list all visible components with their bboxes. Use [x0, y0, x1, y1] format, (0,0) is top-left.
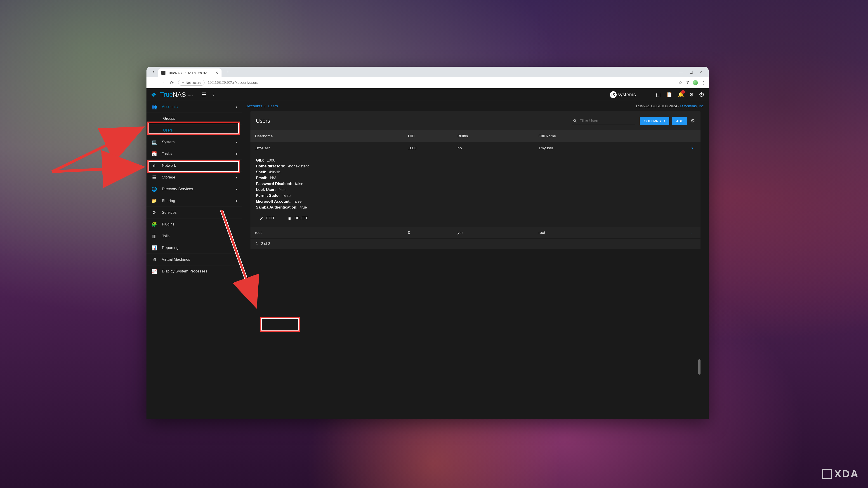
chevron-icon: ▾ — [236, 152, 237, 156]
delete-button[interactable]: DELETE — [284, 215, 312, 222]
main-content: Accounts / Users TrueNAS CORE® © 2024 - … — [242, 101, 709, 419]
xda-icon — [822, 469, 832, 479]
trash-icon — [287, 216, 291, 220]
sidebar-item-label: Jails — [162, 234, 169, 238]
logo-text: TrueNAS — [160, 91, 186, 98]
tab-favicon — [161, 71, 165, 75]
expand-icon[interactable]: › — [687, 231, 701, 234]
globe-icon: 🌐 — [151, 186, 157, 192]
users-table: Username UID Builtin Full Name 1myuser 1… — [250, 130, 701, 238]
chevron-icon: ▾ — [236, 187, 237, 191]
url-text[interactable]: 192.168.29.92/ui/account/users — [208, 80, 258, 85]
cube-icon[interactable]: ⬚ — [656, 92, 661, 98]
sidebar-item-storage[interactable]: ☰Storage▾ — [147, 171, 242, 183]
add-button[interactable]: ADD — [672, 117, 687, 125]
forward-icon[interactable]: → — [159, 79, 165, 86]
browser-window: ▾ TrueNAS - 192.168.29.92 ✕ + — ▢ ✕ ← → … — [147, 67, 709, 419]
chevron-left-icon[interactable]: ‹ — [212, 92, 214, 98]
sidebar-item-network[interactable]: ⋔Network — [147, 160, 242, 171]
sidebar-item-label: Sharing — [162, 199, 175, 203]
sidebar-item-label: Services — [162, 210, 177, 215]
col-fullname[interactable]: Full Name — [534, 134, 687, 138]
col-uid[interactable]: UID — [403, 134, 453, 138]
ixsystems-link[interactable]: iXsystems, Inc — [680, 104, 704, 108]
col-username[interactable]: Username — [250, 134, 403, 138]
sidebar-item-accounts[interactable]: 👥Accounts▴ — [147, 101, 242, 113]
sidebar-item-groups[interactable]: Groups — [147, 113, 242, 125]
close-icon[interactable]: ✕ — [215, 70, 218, 75]
sidebar-item-label: Groups — [163, 117, 175, 121]
sidebar-item-system[interactable]: 💻System▾ — [147, 136, 242, 148]
sidebar-item-label: Users — [163, 128, 173, 132]
pagination-text: 1 - 2 of 2 — [250, 238, 701, 249]
sidebar-item-label: Directory Services — [162, 187, 193, 191]
edit-button[interactable]: EDIT — [256, 215, 278, 222]
ix-mark-icon: iX — [610, 91, 617, 98]
search-icon — [573, 119, 577, 123]
page-title: Users — [256, 118, 270, 124]
logo-subtext: CORE — [188, 95, 193, 97]
minimize-icon[interactable]: — — [679, 70, 683, 74]
sidebar-item-jails[interactable]: ▥Jails — [147, 230, 242, 242]
jail-icon: ▥ — [151, 233, 157, 239]
hamburger-icon[interactable]: ☰ — [202, 92, 206, 98]
sidebar-item-label: Tasks — [162, 152, 172, 156]
notifications-icon[interactable]: 🔔1 — [678, 92, 684, 98]
sidebar-item-services[interactable]: ⚙Services — [147, 207, 242, 219]
sidebar-item-label: Reporting — [162, 246, 179, 250]
close-window-icon[interactable]: ✕ — [700, 70, 703, 74]
table-settings-icon[interactable]: ⚙ — [690, 118, 695, 124]
security-label: Not secure — [186, 81, 201, 85]
browser-tab[interactable]: TrueNAS - 192.168.29.92 ✕ — [158, 68, 221, 77]
truenas-logo[interactable]: ❖ TrueNAS CORE — [151, 91, 193, 98]
users-panel: Users COLUMNS ADD ⚙ Username — [250, 111, 701, 249]
filter-input[interactable] — [580, 119, 634, 123]
sidebar-item-reporting[interactable]: 📊Reporting — [147, 242, 242, 254]
sidebar-item-display-system-processes[interactable]: 📈Display System Processes — [147, 265, 242, 277]
sidebar-item-label: Network — [162, 163, 176, 168]
sidebar-item-tasks[interactable]: 📅Tasks▾ — [147, 148, 242, 160]
profile-avatar[interactable] — [693, 80, 698, 85]
chevron-icon: ▾ — [236, 175, 237, 179]
table-row[interactable]: 1myuser 1000 no 1myuser ▾ — [250, 142, 701, 154]
sidebar-item-label: Display System Processes — [162, 269, 207, 273]
breadcrumb-accounts[interactable]: Accounts — [246, 104, 262, 108]
filter-search[interactable] — [572, 118, 635, 124]
chart-icon: 📊 — [151, 245, 157, 251]
sidebar-item-label: Storage — [162, 175, 176, 180]
sidebar-item-directory-services[interactable]: 🌐Directory Services▾ — [147, 183, 242, 195]
columns-button[interactable]: COLUMNS — [640, 117, 669, 125]
col-builtin[interactable]: Builtin — [453, 134, 534, 138]
sidebar-item-plugins[interactable]: 🧩Plugins — [147, 219, 242, 230]
sidebar-item-virtual-machines[interactable]: 🖥Virtual Machines — [147, 254, 242, 265]
laptop-icon: 💻 — [151, 139, 157, 145]
browser-tabbar: ▾ TrueNAS - 192.168.29.92 ✕ + — ▢ ✕ — [147, 67, 709, 77]
truenas-app: ❖ TrueNAS CORE ☰ ‹ iX systems ⬚ 📋 🔔1 ⚙ ⏻ — [147, 88, 709, 419]
breadcrumb-users[interactable]: Users — [268, 104, 278, 108]
reload-icon[interactable]: ⟳ — [168, 79, 175, 86]
people-icon: 👥 — [151, 104, 157, 109]
back-icon[interactable]: ← — [150, 79, 156, 86]
security-chip[interactable]: ⚠ Not secure — [178, 80, 205, 86]
sidebar-item-users[interactable]: Users — [147, 125, 242, 136]
menu-icon[interactable]: ⋮ — [702, 80, 706, 85]
pencil-icon — [259, 216, 264, 220]
gear-icon[interactable]: ⚙ — [689, 92, 694, 98]
power-icon[interactable]: ⏻ — [699, 92, 704, 98]
new-tab-button[interactable]: + — [224, 69, 231, 75]
clipboard-icon[interactable]: 📋 — [666, 92, 672, 98]
expand-icon[interactable]: ▾ — [687, 146, 701, 150]
ixsystems-logo[interactable]: iX systems — [610, 91, 651, 98]
scrollbar-thumb[interactable] — [698, 359, 701, 375]
extensions-icon[interactable]: ⧩ — [686, 80, 689, 85]
warning-icon: ⚠ — [182, 81, 184, 85]
table-row[interactable]: root 0 yes root › — [250, 227, 701, 238]
puzzle-icon: 🧩 — [151, 222, 157, 227]
app-topbar: ❖ TrueNAS CORE ☰ ‹ iX systems ⬚ 📋 🔔1 ⚙ ⏻ — [147, 88, 709, 101]
tab-dropdown[interactable]: ▾ — [149, 68, 158, 75]
share-icon: ⋔ — [151, 163, 157, 168]
disk-icon: ☰ — [151, 175, 157, 180]
maximize-icon[interactable]: ▢ — [690, 70, 693, 74]
sidebar-item-sharing[interactable]: 📁Sharing▾ — [147, 195, 242, 207]
star-icon[interactable]: ☆ — [679, 80, 682, 85]
